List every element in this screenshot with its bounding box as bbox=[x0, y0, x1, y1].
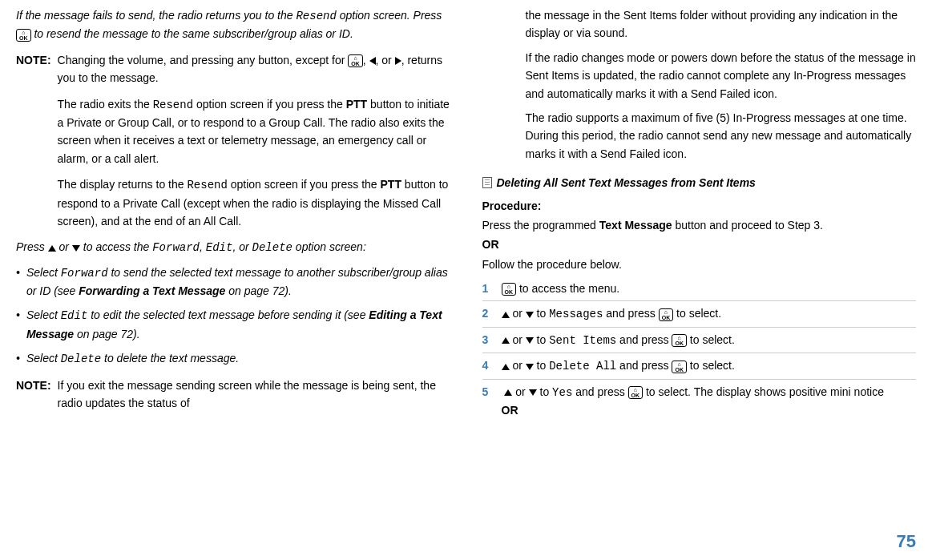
code-delete-all: Delete All bbox=[549, 360, 616, 373]
ptt-label: PTT bbox=[346, 98, 367, 111]
ok-button-icon: ⌂OK bbox=[672, 334, 687, 347]
step-row: 3 or to Sent Items and press ⌂OK to sele… bbox=[482, 331, 917, 353]
text: and press bbox=[616, 333, 672, 346]
text: to select. bbox=[673, 307, 721, 320]
cont-para-2: If the radio changes mode or powers down… bbox=[526, 49, 917, 103]
code-resend: Resend bbox=[153, 99, 193, 111]
procedure-desc-1: Press the programmed Text Message button… bbox=[482, 216, 917, 234]
code-delete: Delete bbox=[61, 353, 101, 365]
bold-ref: Forwarding a Text Message bbox=[79, 284, 225, 297]
down-arrow-icon bbox=[526, 337, 534, 344]
text: or bbox=[512, 385, 528, 398]
text: to bbox=[534, 333, 549, 346]
down-arrow-icon bbox=[529, 389, 537, 396]
text: Press the programmed bbox=[482, 219, 599, 232]
ok-button-icon: ⌂OK bbox=[659, 308, 674, 321]
intro-paragraph: If the message fails to send, the radio … bbox=[16, 6, 450, 43]
step-number: 5 bbox=[482, 383, 494, 401]
note2-para: The radio exits the Resend option screen… bbox=[58, 95, 450, 168]
up-arrow-icon bbox=[502, 312, 510, 318]
code-resend: Resend bbox=[187, 179, 227, 191]
note3-para: The display returns to the Resend option… bbox=[58, 175, 450, 230]
step-number: 3 bbox=[482, 331, 494, 348]
left-column: If the message fails to send, the radio … bbox=[16, 6, 450, 425]
text: button and proceed to Step 3. bbox=[672, 219, 823, 232]
list-item: • Select Edit to edit the selected text … bbox=[16, 306, 450, 343]
left-arrow-icon bbox=[369, 57, 376, 65]
code-yes: Yes bbox=[552, 386, 572, 399]
text: to delete the text message. bbox=[101, 352, 239, 365]
code-sent-items: Sent Items bbox=[549, 334, 616, 347]
text: to bbox=[534, 307, 549, 320]
or-label: OR bbox=[482, 238, 499, 251]
text: to bbox=[537, 385, 552, 398]
up-arrow-icon bbox=[504, 389, 512, 396]
bullet-icon: • bbox=[16, 306, 20, 343]
ok-button-icon: ⌂OK bbox=[628, 386, 644, 399]
up-arrow-icon bbox=[502, 337, 510, 344]
section-title-text: Deleting All Sent Text Messages from Sen… bbox=[497, 174, 756, 191]
step-row: 4 or to Delete All and press ⌂OK to sele… bbox=[482, 357, 917, 379]
ok-button-icon: ⌂OK bbox=[502, 283, 517, 296]
text: The display returns to the bbox=[58, 178, 188, 191]
text: , or bbox=[376, 54, 395, 66]
text: The radio exits the bbox=[58, 98, 153, 111]
page-number: 75 bbox=[897, 527, 916, 555]
list-item: • Select Forward to send the selected te… bbox=[16, 264, 450, 300]
note4-para: If you exit the message sending screen w… bbox=[58, 377, 450, 413]
press-paragraph: Press or to access the Forward, Edit, or… bbox=[16, 238, 450, 256]
step-number: 4 bbox=[482, 357, 494, 374]
text: to access the menu. bbox=[516, 282, 619, 295]
text: Select bbox=[26, 308, 61, 321]
ok-button-icon: ⌂OK bbox=[348, 54, 363, 67]
list-item: • Select Delete to delete the text messa… bbox=[16, 349, 450, 368]
text: Press bbox=[16, 240, 48, 253]
text: If the message fails to send, the radio … bbox=[16, 9, 296, 22]
code-resend: Resend bbox=[296, 10, 336, 22]
cont-para-1: the message in the Sent Items folder wit… bbox=[526, 6, 917, 42]
text: and press bbox=[616, 359, 672, 372]
bullet-icon: • bbox=[16, 264, 20, 300]
procedure-desc-2: Follow the procedure below. bbox=[482, 256, 917, 273]
text: , bbox=[200, 240, 206, 253]
text: and press bbox=[572, 385, 627, 398]
section-heading: Deleting All Sent Text Messages from Sen… bbox=[482, 174, 917, 191]
or-label: OR bbox=[502, 404, 518, 417]
up-arrow-icon bbox=[502, 364, 510, 370]
note-block-1: NOTE: Changing the volume, and pressing … bbox=[16, 51, 450, 239]
step-row: 2 or to Messages and press ⌂OK to select… bbox=[482, 304, 917, 327]
text: option screen if you press the bbox=[228, 178, 381, 191]
note-label: NOTE: bbox=[16, 379, 51, 392]
text: option screen. Press bbox=[337, 9, 442, 22]
bullet-list: • Select Forward to send the selected te… bbox=[16, 264, 450, 369]
note-block-2: NOTE: If you exit the message sending sc… bbox=[16, 377, 450, 419]
step-row: 5 or to Yes and press ⌂OK to select. The… bbox=[482, 383, 917, 423]
note-label: NOTE: bbox=[16, 54, 51, 66]
text: to resend the message to the same subscr… bbox=[31, 27, 353, 40]
text: to access the bbox=[80, 240, 152, 253]
text: to select. bbox=[687, 359, 735, 372]
text: or bbox=[56, 240, 72, 253]
down-arrow-icon bbox=[526, 312, 534, 318]
ok-button-icon: ⌂OK bbox=[672, 361, 687, 373]
ptt-label: PTT bbox=[381, 178, 401, 191]
text: to edit the selected text message before… bbox=[87, 308, 369, 321]
text: Select bbox=[26, 266, 61, 279]
text: Select bbox=[26, 352, 61, 365]
step-row: 1 ⌂OK to access the menu. bbox=[482, 280, 917, 301]
text: or bbox=[510, 359, 526, 372]
step-number: 2 bbox=[482, 304, 494, 322]
procedure-label: Procedure: bbox=[482, 199, 542, 212]
up-arrow-icon bbox=[48, 245, 56, 252]
text-message-bold: Text Message bbox=[599, 219, 672, 232]
code-messages: Messages bbox=[549, 308, 603, 320]
text: option screen: bbox=[293, 240, 366, 253]
note1-para: Changing the volume, and pressing any bu… bbox=[58, 51, 450, 87]
cont-para-3: The radio supports a maximum of five (5)… bbox=[526, 109, 917, 163]
down-arrow-icon bbox=[526, 364, 534, 370]
step-number: 1 bbox=[482, 280, 494, 297]
ok-button-icon: ⌂OK bbox=[16, 29, 31, 42]
text: , bbox=[363, 54, 369, 66]
text: to bbox=[534, 359, 549, 372]
code-edit: Edit bbox=[61, 309, 88, 322]
